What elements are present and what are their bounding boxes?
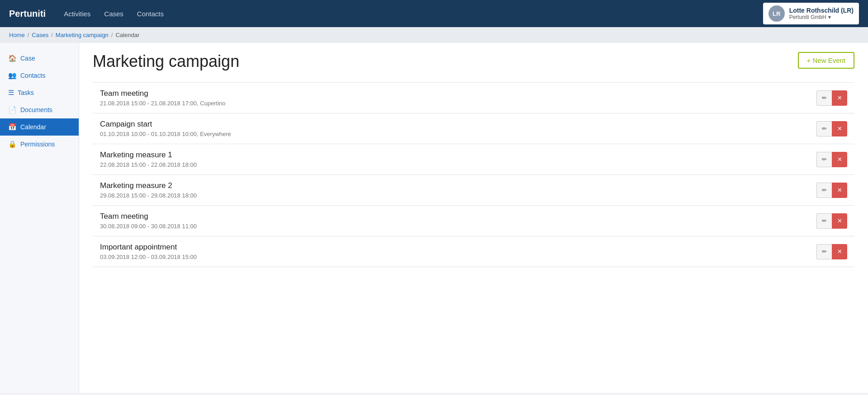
edit-icon: ✏ [822,187,827,193]
event-info-3: Marketing measure 1 22.08.2018 15:00 - 2… [100,150,197,168]
sidebar-label-contacts: Contacts [20,72,45,79]
edit-icon: ✏ [822,217,827,224]
content-header: Marketing campaign + New Event [93,52,854,71]
main-content: Marketing campaign + New Event Team meet… [79,43,868,393]
delete-icon: ✕ [837,94,842,101]
new-event-button[interactable]: + New Event [798,52,854,69]
calendar-icon: 📅 [8,123,17,131]
event-time-3: 22.08.2018 15:00 - 22.08.2018 18:00 [100,161,197,168]
lock-icon: 🔒 [8,140,17,148]
nav-contacts[interactable]: Contacts [137,10,164,18]
breadcrumb-home[interactable]: Home [9,32,25,38]
sidebar-item-contacts[interactable]: 👥 Contacts [0,67,79,84]
sidebar: 🏠 Case 👥 Contacts ☰ Tasks 📄 Documents 📅 … [0,43,79,393]
sidebar-label-documents: Documents [20,106,52,113]
event-actions-4: ✏ ✕ [816,183,847,198]
delete-icon: ✕ [837,156,842,163]
sidebar-label-calendar: Calendar [20,123,46,131]
event-time-5: 30.08.2018 09:00 - 30.08.2018 11:00 [100,223,197,230]
tasks-icon: ☰ [8,89,14,97]
dropdown-icon[interactable]: ▾ [828,14,831,20]
sidebar-item-calendar[interactable]: 📅 Calendar [0,118,79,136]
contacts-icon: 👥 [8,71,17,80]
sidebar-item-case[interactable]: 🏠 Case [0,50,79,67]
event-time-2: 01.10.2018 10:00 - 01.10.2018 10:00, Eve… [100,131,231,137]
edit-button-5[interactable]: ✏ [816,213,832,229]
event-item-3: Marketing measure 1 22.08.2018 15:00 - 2… [93,144,854,175]
event-time-4: 29.08.2018 15:00 - 29.08.2018 18:00 [100,192,197,199]
event-time-6: 03.09.2018 12:00 - 03.09.2018 15:00 [100,254,197,260]
edit-button-6[interactable]: ✏ [816,244,832,259]
breadcrumb-sep-2: / [51,32,53,38]
event-actions-5: ✏ ✕ [816,213,847,229]
breadcrumb-marketing-campaign[interactable]: Marketing campaign [56,32,109,38]
delete-button-6[interactable]: ✕ [832,244,847,259]
event-info-2: Campaign start 01.10.2018 10:00 - 01.10.… [100,120,231,137]
user-name: Lotte Rothschild (LR) [789,7,854,14]
event-title-3: Marketing measure 1 [100,150,197,160]
nav-links: Activities Cases Contacts [64,10,763,18]
edit-icon: ✏ [822,156,827,163]
breadcrumb: Home / Cases / Marketing campaign / Cale… [0,27,868,43]
event-item-2: Campaign start 01.10.2018 10:00 - 01.10.… [93,113,854,144]
event-actions-2: ✏ ✕ [816,121,847,136]
event-item-4: Marketing measure 2 29.08.2018 15:00 - 2… [93,175,854,206]
event-title-1: Team meeting [100,89,226,98]
sidebar-item-permissions[interactable]: 🔒 Permissions [0,136,79,153]
top-navigation: Pertuniti Activities Cases Contacts LR L… [0,0,868,27]
sidebar-item-documents[interactable]: 📄 Documents [0,101,79,118]
event-actions-3: ✏ ✕ [816,152,847,167]
event-title-6: Important appointment [100,243,197,252]
event-item-5: Team meeting 30.08.2018 09:00 - 30.08.20… [93,206,854,236]
breadcrumb-calendar: Calendar [115,32,139,38]
edit-button-1[interactable]: ✏ [816,90,832,106]
user-section[interactable]: LR Lotte Rothschild (LR) Pertuniti GmbH … [763,3,859,24]
event-item-1: Team meeting 21.08.2018 15:00 - 21.08.20… [93,83,854,113]
sidebar-label-case: Case [20,55,35,62]
event-info-4: Marketing measure 2 29.08.2018 15:00 - 2… [100,181,197,199]
edit-icon: ✏ [822,248,827,255]
event-info-1: Team meeting 21.08.2018 15:00 - 21.08.20… [100,89,226,107]
documents-icon: 📄 [8,106,17,114]
delete-button-1[interactable]: ✕ [832,90,847,106]
event-list: Team meeting 21.08.2018 15:00 - 21.08.20… [93,82,854,267]
event-title-5: Team meeting [100,212,197,221]
sidebar-label-tasks: Tasks [18,89,34,96]
event-actions-6: ✏ ✕ [816,244,847,259]
event-time-1: 21.08.2018 15:00 - 21.08.2018 17:00, Cup… [100,100,226,107]
edit-button-2[interactable]: ✏ [816,121,832,136]
delete-button-2[interactable]: ✕ [832,121,847,136]
nav-cases[interactable]: Cases [104,10,123,18]
breadcrumb-sep-3: / [111,32,113,38]
event-info-5: Team meeting 30.08.2018 09:00 - 30.08.20… [100,212,197,230]
home-icon: 🏠 [8,54,17,62]
page-title: Marketing campaign [93,52,239,71]
delete-button-4[interactable]: ✕ [832,183,847,198]
event-item-6: Important appointment 03.09.2018 12:00 -… [93,236,854,267]
delete-button-3[interactable]: ✕ [832,152,847,167]
breadcrumb-sep-1: / [28,32,29,38]
delete-icon: ✕ [837,248,842,255]
main-layout: 🏠 Case 👥 Contacts ☰ Tasks 📄 Documents 📅 … [0,43,868,393]
edit-icon: ✏ [822,94,827,101]
delete-icon: ✕ [837,187,842,193]
user-info: Lotte Rothschild (LR) Pertuniti GmbH ▾ [789,7,854,20]
event-info-6: Important appointment 03.09.2018 12:00 -… [100,243,197,260]
edit-button-4[interactable]: ✏ [816,183,832,198]
breadcrumb-cases[interactable]: Cases [32,32,48,38]
delete-icon: ✕ [837,125,842,132]
delete-button-5[interactable]: ✕ [832,213,847,229]
sidebar-label-permissions: Permissions [20,141,55,148]
event-title-2: Campaign start [100,120,231,129]
avatar: LR [768,5,785,22]
nav-activities[interactable]: Activities [64,10,90,18]
delete-icon: ✕ [837,217,842,224]
brand-logo: Pertuniti [9,9,46,19]
event-title-4: Marketing measure 2 [100,181,197,190]
event-actions-1: ✏ ✕ [816,90,847,106]
edit-icon: ✏ [822,125,827,132]
edit-button-3[interactable]: ✏ [816,152,832,167]
sidebar-item-tasks[interactable]: ☰ Tasks [0,84,79,101]
user-org: Pertuniti GmbH ▾ [789,14,854,20]
